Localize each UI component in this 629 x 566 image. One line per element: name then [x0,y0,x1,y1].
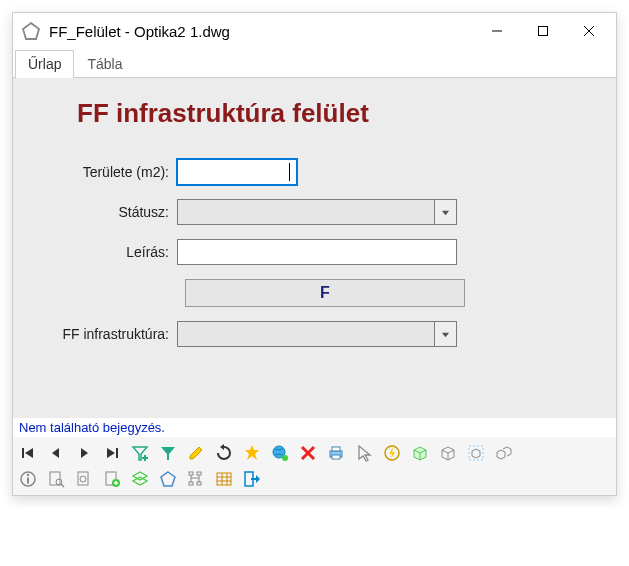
toolbar-row-1 [17,440,612,466]
svg-rect-2 [539,27,548,36]
titlebar: FF_Felület - Optika2 1.dwg [13,13,616,49]
info-icon[interactable] [17,468,39,490]
first-record-icon[interactable] [17,442,39,464]
svg-marker-16 [161,447,175,460]
svg-rect-33 [50,472,60,485]
svg-marker-18 [245,445,259,460]
svg-rect-36 [78,472,88,485]
tree-icon[interactable] [185,468,207,490]
svg-rect-12 [116,448,118,458]
pentagon-icon [21,21,41,41]
svg-point-31 [27,474,29,476]
cube-outline-icon[interactable] [437,442,459,464]
svg-rect-46 [197,472,201,475]
svg-marker-10 [81,448,88,458]
cube-select-icon[interactable] [465,442,487,464]
svg-line-35 [61,484,64,487]
svg-rect-45 [189,472,193,475]
doc-camera-icon[interactable] [73,468,95,490]
print-icon[interactable] [325,442,347,464]
cube-green-icon[interactable] [409,442,431,464]
svg-rect-48 [197,482,201,485]
row-infra: FF infrastruktúra: [37,321,592,347]
select-infra[interactable] [177,321,457,347]
select-status[interactable] [177,199,457,225]
svg-marker-5 [442,210,449,215]
svg-marker-42 [133,472,147,480]
svg-marker-17 [220,444,224,450]
label-desc: Leírás: [37,244,177,260]
svg-marker-11 [107,448,115,458]
svg-marker-28 [389,447,395,459]
delete-icon[interactable] [297,442,319,464]
svg-rect-52 [217,473,231,485]
window: FF_Felület - Optika2 1.dwg Űrlap Tábla F… [12,12,617,496]
toolbar [13,437,616,495]
window-title: FF_Felület - Optika2 1.dwg [49,23,474,40]
last-record-icon[interactable] [101,442,123,464]
svg-marker-43 [133,477,147,485]
tab-form[interactable]: Űrlap [15,50,74,78]
toolbar-row-2 [17,466,612,492]
svg-marker-0 [23,23,39,39]
svg-point-20 [282,455,288,461]
svg-rect-32 [27,478,29,484]
flash-icon[interactable] [381,442,403,464]
svg-point-37 [80,476,86,482]
chevron-down-icon [434,200,456,224]
svg-rect-7 [22,448,24,458]
filter-add-icon[interactable] [129,442,151,464]
form-heading: FF infrastruktúra felület [77,98,592,129]
maximize-button[interactable] [520,16,566,46]
status-text: Nem található bejegyzés. [13,418,616,437]
svg-rect-24 [332,447,340,451]
pentagon-tool-icon[interactable] [157,468,179,490]
svg-marker-26 [359,446,370,461]
next-record-icon[interactable] [73,442,95,464]
input-area[interactable] [177,159,297,185]
label-status: Státusz: [37,204,177,220]
table-icon[interactable] [213,468,235,490]
svg-rect-47 [189,482,193,485]
tab-table[interactable]: Tábla [74,50,135,78]
svg-marker-6 [442,332,449,337]
row-status: Státusz: [37,199,592,225]
layers-icon[interactable] [129,468,151,490]
row-desc: Leírás: [37,239,592,265]
chevron-down-icon [434,322,456,346]
globe-icon[interactable] [269,442,291,464]
pointer-icon[interactable] [353,442,375,464]
filter-icon[interactable] [157,442,179,464]
svg-marker-59 [256,475,260,483]
refresh-icon[interactable] [213,442,235,464]
label-infra: FF infrastruktúra: [37,326,177,342]
minimize-button[interactable] [474,16,520,46]
svg-marker-8 [25,448,33,458]
close-button[interactable] [566,16,612,46]
cubes-icon[interactable] [493,442,515,464]
label-area: Területe (m2): [37,164,177,180]
text-caret [289,163,290,181]
svg-rect-25 [332,455,340,459]
new-icon[interactable] [241,442,263,464]
doc-search-icon[interactable] [45,468,67,490]
input-desc[interactable] [177,239,457,265]
window-controls [474,16,612,46]
edit-icon[interactable] [185,442,207,464]
row-area: Területe (m2): [37,159,592,185]
svg-marker-9 [52,448,59,458]
prev-record-icon[interactable] [45,442,67,464]
svg-marker-44 [161,472,175,486]
tab-bar: Űrlap Tábla [13,49,616,78]
f-button[interactable]: F [185,279,465,307]
doc-add-icon[interactable] [101,468,123,490]
exit-icon[interactable] [241,468,263,490]
form-panel: FF infrastruktúra felület Területe (m2):… [13,78,616,418]
